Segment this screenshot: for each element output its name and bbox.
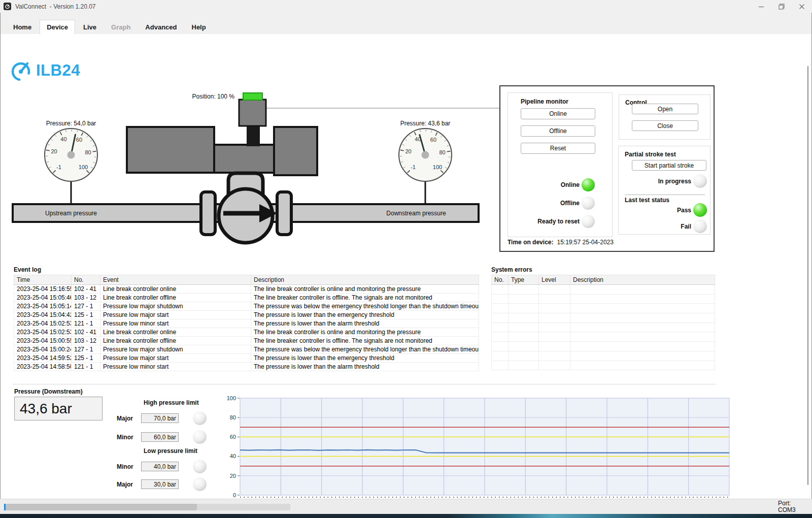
offline-button[interactable]: Offline xyxy=(521,125,595,137)
event-log-row[interactable]: 2023-25-04 15:05:14127 - 1Pressure low m… xyxy=(14,302,479,311)
online-status-label: Online xyxy=(561,181,580,188)
time-on-device: Time on device: 15:19:57 25-04-2023 xyxy=(507,239,614,246)
event-log-title: Event log xyxy=(14,266,41,273)
upstream-pipe-label: Upstream pressure xyxy=(45,210,97,217)
system-errors-empty-row xyxy=(492,342,715,351)
system-errors-title: System errors xyxy=(491,266,532,273)
svg-text:-1: -1 xyxy=(411,164,416,170)
device-control-panel: Pipeline monitor Online Offline Reset On… xyxy=(499,85,715,252)
event-log-row[interactable]: 2023-25-04 15:02:53121 - 1Pressure low m… xyxy=(14,319,479,328)
svg-text:20: 20 xyxy=(230,473,236,479)
horizontal-scrollbar-track[interactable] xyxy=(4,504,290,510)
event-log-row[interactable]: 2023-25-04 14:58:50121 - 1Pressure low m… xyxy=(14,363,479,371)
app-window: ValConnect - Version 1.20.07 HomeDeviceL… xyxy=(0,0,812,518)
event-log-row[interactable]: 2023-25-04 15:02:53102 - 41Line break co… xyxy=(14,328,479,337)
close-button[interactable] xyxy=(792,0,812,13)
partial-stroke-separator xyxy=(625,195,705,195)
system-errors-empty-row xyxy=(492,361,715,370)
pass-led xyxy=(693,203,707,217)
minimize-button[interactable] xyxy=(751,0,771,13)
in-progress-label: In progress xyxy=(658,178,691,185)
event-log-row[interactable]: 2023-25-04 15:00:55103 - 12Line break co… xyxy=(14,337,479,345)
restore-icon xyxy=(779,4,785,10)
high-minor-label: Minor xyxy=(117,434,136,441)
reset-button[interactable]: Reset xyxy=(521,143,595,154)
pipeline-monitor-group: Pipeline monitor Online Offline Reset On… xyxy=(507,92,613,237)
pressure-trend-chart: 020406080100 xyxy=(223,395,733,499)
online-button[interactable]: Online xyxy=(521,108,595,119)
system-errors-empty-row xyxy=(492,322,715,332)
svg-text:100: 100 xyxy=(227,395,236,401)
event-log-row[interactable]: 2023-25-04 15:16:55102 - 41Line break co… xyxy=(14,285,479,294)
event-log-col-no: No. xyxy=(72,275,100,285)
menu-tabbar: HomeDeviceLiveGraphAdvancedHelp xyxy=(1,13,811,34)
low-major-led xyxy=(193,477,207,491)
valve-neck xyxy=(228,173,263,201)
logo-gauge-icon xyxy=(10,59,33,82)
upstream-pressure-label: Pressure: 54,0 bar xyxy=(46,120,96,127)
horizontal-scrollbar-thumb[interactable] xyxy=(4,504,197,510)
online-led xyxy=(582,178,595,191)
offline-led xyxy=(582,197,595,210)
vertical-scrollbar-thumb[interactable] xyxy=(807,66,808,485)
open-button[interactable]: Open xyxy=(632,104,698,114)
low-major-row: Major 30,0 bar xyxy=(117,477,223,491)
svg-text:40: 40 xyxy=(415,136,421,142)
offline-status-row: Offline xyxy=(508,197,595,210)
tab-advanced[interactable]: Advanced xyxy=(139,21,183,34)
low-pressure-limit-title: Low pressure limit xyxy=(144,447,197,455)
event-log-row[interactable]: 2023-25-04 14:59:52125 - 1Pressure low m… xyxy=(14,354,479,363)
tab-graph: Graph xyxy=(105,21,137,34)
svg-text:60: 60 xyxy=(430,137,436,143)
online-status-row: Online xyxy=(508,178,595,191)
downstream-pressure-label: Pressure: 43,6 bar xyxy=(400,120,451,127)
ready-to-reset-row: Ready to reset xyxy=(508,215,595,228)
event-log-row[interactable]: 2023-25-04 15:00:24127 - 1Pressure low m… xyxy=(14,345,479,354)
port-value: COM3 xyxy=(778,507,796,513)
low-minor-field[interactable]: 40,0 bar xyxy=(141,462,179,471)
last-test-status-title: Last test status xyxy=(625,197,669,204)
high-major-field[interactable]: 70,0 bar xyxy=(141,413,179,423)
valve-flange-left xyxy=(201,192,215,235)
high-minor-field[interactable]: 60,0 bar xyxy=(141,432,179,442)
close-valve-button[interactable]: Close xyxy=(632,120,698,131)
time-on-device-label: Time on device: xyxy=(507,239,553,246)
actuator-right-housing xyxy=(274,127,317,175)
app-icon xyxy=(4,3,11,10)
ready-to-reset-label: Ready to reset xyxy=(537,218,580,225)
low-minor-led xyxy=(193,460,207,473)
svg-text:100: 100 xyxy=(433,164,442,170)
system-errors-empty-row xyxy=(492,332,715,342)
status-bar: Port: COM3 xyxy=(0,499,812,514)
flow-arrow-head xyxy=(259,204,277,222)
high-major-row: Major 70,0 bar xyxy=(117,411,223,425)
fail-label: Fail xyxy=(681,223,691,230)
low-major-field[interactable]: 30,0 bar xyxy=(141,479,179,489)
tab-help[interactable]: Help xyxy=(185,21,213,34)
actuator-head xyxy=(239,100,266,126)
pipeline-monitor-title: Pipeline monitor xyxy=(521,98,568,105)
event-log-col-description: Description xyxy=(251,275,479,285)
system-errors-table: No.TypeLevelDescription xyxy=(491,275,715,370)
pipe xyxy=(13,204,479,222)
svg-text:0: 0 xyxy=(233,492,236,498)
start-partial-stroke-button[interactable]: Start partial stroke xyxy=(632,160,706,171)
window-title: ValConnect - Version 1.20.07 xyxy=(15,3,96,10)
tab-device[interactable]: Device xyxy=(40,20,75,34)
svg-text:60: 60 xyxy=(76,137,82,143)
window-border-left xyxy=(0,13,1,514)
tab-home[interactable]: Home xyxy=(7,21,38,34)
system-errors-empty-row xyxy=(492,351,715,361)
event-log-col-event: Event xyxy=(100,275,251,285)
event-log-row[interactable]: 2023-25-04 15:05:46103 - 12Line break co… xyxy=(14,294,479,302)
tab-live[interactable]: Live xyxy=(77,21,103,34)
actuator-stem xyxy=(247,126,260,146)
fail-led xyxy=(693,219,707,233)
process-diagram: Upstream pressure Downstream pressure Po… xyxy=(0,0,499,259)
svg-text:80: 80 xyxy=(439,149,446,155)
event-log-row[interactable]: 2023-25-04 15:04:42125 - 1Pressure low m… xyxy=(14,311,479,319)
low-major-label: Major xyxy=(117,481,136,488)
system-errors-col-type: Type xyxy=(509,275,539,285)
restore-button[interactable] xyxy=(771,0,792,13)
port-status: Port: COM3 xyxy=(778,500,796,513)
